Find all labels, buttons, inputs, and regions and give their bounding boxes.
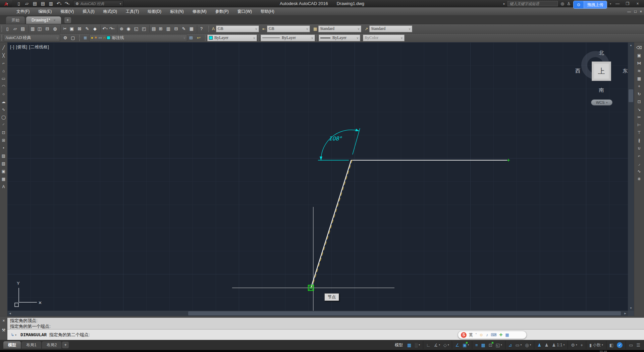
stretch-tool[interactable]: ↘ (636, 106, 643, 113)
osnap-toggle[interactable]: ▣ ▾ (461, 341, 471, 349)
menu-edit[interactable]: 编辑(E) (34, 7, 56, 15)
ime-keyboard[interactable]: ⌨ (491, 333, 496, 337)
isodraft-toggle[interactable]: ◇ ▾ (442, 341, 451, 349)
tab-close-icon[interactable]: × (53, 18, 55, 22)
redo-icon[interactable]: ↷▾ (108, 25, 116, 33)
chevron-down-icon[interactable]: ▾ (15, 334, 16, 337)
undo-button[interactable]: ↶▾ (56, 1, 62, 7)
menu-modify[interactable]: 修改(M) (188, 7, 211, 15)
region-tool[interactable]: ▣ (0, 168, 7, 175)
grid-toggle[interactable]: ▦ (406, 341, 413, 349)
break-at-point-tool[interactable]: ⊤ (636, 129, 643, 136)
layer-unlock-icon[interactable]: ∩ (103, 36, 106, 40)
command-tools-icon[interactable]: ⚒ (2, 328, 6, 333)
view-control[interactable]: [俯视] (16, 45, 28, 49)
open-icon[interactable]: ▱ (11, 25, 19, 33)
lineweight-toggle[interactable]: ≡ (472, 341, 480, 349)
trim-tool[interactable]: ✂ (636, 114, 643, 121)
toolbar-grip[interactable] (1, 35, 3, 41)
publish-icon[interactable]: ⊟ (44, 25, 51, 33)
menu-parametric[interactable]: 参数(P) (211, 7, 233, 15)
menu-draw[interactable]: 绘图(D) (143, 7, 166, 15)
line-tool[interactable]: ╱ (0, 44, 7, 51)
toolbar-grip[interactable] (258, 35, 260, 41)
scale-tool[interactable]: ⊡ (636, 98, 643, 105)
workspace-switching[interactable]: ⚙ ▾ (568, 341, 579, 349)
plot-icon[interactable]: ▥ (28, 25, 36, 33)
menu-insert[interactable]: 插入(I) (78, 7, 99, 15)
zoom-window-icon[interactable]: ◱ (132, 25, 140, 33)
tab-layout1[interactable]: 布局1 (21, 341, 41, 349)
command-input-line[interactable]: ↳ ▾ DIMANGULAR 指定角的第二个端点: (7, 329, 644, 340)
horizontal-scrollbar[interactable]: ◂ ▸ (7, 311, 628, 316)
explode-tool[interactable]: ※ (636, 176, 643, 183)
new-layout-button[interactable]: + (62, 342, 69, 348)
zoom-realtime-icon[interactable]: ◉ (125, 25, 132, 33)
circle-tool[interactable]: ○ (0, 91, 7, 98)
3d-osnap-toggle[interactable]: ◱ ▾ (494, 341, 504, 349)
workspace-combo[interactable]: AutoCAD 经典∨ (4, 35, 60, 41)
tab-start[interactable]: 开始 (6, 16, 25, 24)
layer-vp-freeze-icon[interactable]: ▭ (99, 36, 102, 40)
hatch-tool[interactable]: ▨ (0, 152, 7, 160)
fillet-tool[interactable]: ◞ (636, 160, 643, 167)
linetype-combo[interactable]: ByLayer∨ (261, 35, 315, 41)
pan-icon[interactable]: ⊛ (117, 25, 125, 33)
qat-workspace-combo[interactable]: ⚙ AutoCAD 经典 ▾ (73, 1, 123, 7)
isolate-objects-toggle[interactable]: ◧ (606, 341, 615, 349)
insert-block-tool[interactable]: ⊡ (0, 129, 7, 136)
toolbar-grip[interactable] (205, 35, 206, 41)
table-tool[interactable]: ▦ (0, 176, 7, 183)
designcenter-icon[interactable]: ⊞ (157, 25, 165, 33)
create-block-tool[interactable]: ⊞ (0, 137, 7, 144)
ucs-settings-toggle[interactable]: ◎ ▾ (523, 341, 533, 349)
toolbar-grip[interactable] (316, 35, 318, 41)
quickcalc-icon[interactable]: ▦ (188, 25, 196, 33)
save-icon[interactable]: ▤ (19, 25, 27, 33)
menu-view[interactable]: 视图(V) (56, 7, 78, 15)
extend-tool[interactable]: ⊢ (636, 122, 643, 129)
menu-help[interactable]: 帮助(H) (256, 7, 279, 15)
annotation-scale-control[interactable]: ♟ 1:1 ▾ (550, 341, 566, 349)
clean-screen-toggle[interactable]: ▭ (626, 341, 635, 349)
snap-mode-toggle[interactable]: ░ ▾ (413, 341, 422, 349)
text-style-combo[interactable]: GB∨ (216, 26, 259, 32)
ime-emoji[interactable]: ☺ (479, 333, 483, 337)
plot-button[interactable]: ▥ (48, 1, 54, 7)
ellipse-tool[interactable]: ◯ (0, 114, 7, 121)
scroll-up-icon[interactable]: ▴ (628, 42, 634, 48)
layer-make-current-icon[interactable]: ⊞ (187, 34, 195, 42)
menu-format[interactable]: 格式(O) (99, 7, 121, 15)
scroll-down-icon[interactable]: ▾ (628, 305, 634, 311)
zoom-previous-icon[interactable]: ◰ (140, 25, 148, 33)
dim-style-icon[interactable]: ⇤ (262, 27, 266, 31)
ellipse-arc-tool[interactable]: ◜ (0, 122, 7, 129)
transparency-toggle[interactable]: ▩ (480, 341, 487, 349)
doc-restore-button[interactable]: □ (634, 9, 637, 13)
rectangle-tool[interactable]: ▭ (0, 75, 7, 82)
ime-toolbox[interactable]: ▦ (505, 333, 509, 337)
new-icon[interactable]: ▯ (4, 25, 11, 33)
ime-punct[interactable]: ’ (476, 333, 477, 337)
properties-icon[interactable]: ▤ (149, 25, 157, 33)
color-combo[interactable]: ByLayer∨ (207, 35, 257, 41)
scroll-right-icon[interactable]: ▸ (623, 311, 628, 316)
tool-palettes-icon[interactable]: ▥ (165, 25, 172, 33)
annotation-autoscale-toggle[interactable]: ♟ (543, 341, 550, 349)
toolbar-grip[interactable] (208, 26, 210, 32)
command-close-icon[interactable]: × (2, 318, 5, 323)
vertical-scroll-thumb[interactable] (629, 89, 633, 102)
toolbar-grip[interactable] (79, 35, 80, 41)
3d-print-icon[interactable]: ◍ (51, 25, 59, 33)
layer-previous-icon[interactable]: ↩ (195, 34, 203, 42)
units-control[interactable]: ▮ 小数 ▾ (586, 341, 605, 349)
graphics-performance-toggle[interactable]: ✓ (615, 341, 624, 349)
chamfer-tool[interactable]: ⌐ (636, 152, 643, 160)
blend-curves-tool[interactable]: ∿ (636, 168, 643, 175)
scroll-left-icon[interactable]: ◂ (7, 311, 13, 316)
save-as-button[interactable]: ▤ (40, 1, 46, 7)
ime-logo[interactable]: S (461, 332, 467, 338)
close-button[interactable]: × (634, 1, 641, 6)
table-style-icon[interactable]: ▦ (313, 27, 317, 31)
drawing-canvas[interactable]: 108° Y ✕ [-] [俯视] [二维线框] (7, 42, 628, 311)
